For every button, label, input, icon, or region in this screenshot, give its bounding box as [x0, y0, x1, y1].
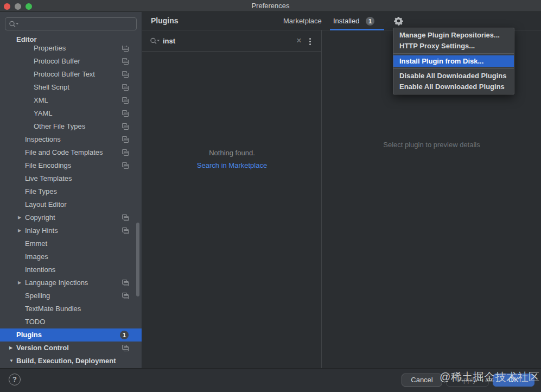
sidebar-item-yaml[interactable]: YAML [0, 107, 142, 120]
sidebar-item-version-control[interactable]: ▶Version Control [0, 342, 142, 355]
sidebar-item-todo[interactable]: TODO [0, 315, 142, 328]
overridden-settings-icon [122, 110, 129, 117]
sidebar-item-copyright[interactable]: ▶Copyright [0, 211, 142, 224]
sidebar-item-spelling[interactable]: Spelling [0, 289, 142, 302]
sidebar-item-other-file-types[interactable]: Other File Types [0, 120, 142, 133]
page-title: Plugins [151, 12, 179, 30]
sidebar-item-label: Plugins [16, 328, 42, 342]
sidebar-item-plugins[interactable]: Plugins1 [0, 328, 142, 342]
sidebar-item-label: Live Templates [25, 172, 72, 185]
sidebar-item-label: YAML [34, 107, 52, 120]
sidebar-item-label: Protocol Buffer [34, 55, 80, 68]
sidebar-item-label: File Encodings [25, 159, 71, 172]
menu-item-enable-all-downloaded-plugins[interactable]: Enable All Downloaded Plugins [393, 81, 514, 92]
sidebar-item-label: Intentions [25, 263, 55, 276]
menu-separator [393, 68, 514, 69]
gear-icon[interactable] [394, 16, 403, 26]
sidebar-item-build-execution-deployment[interactable]: ▼Build, Execution, Deployment [0, 355, 142, 368]
ok-button[interactable]: OK [493, 374, 534, 387]
sidebar-item-inlay-hints[interactable]: ▶Inlay Hints [0, 224, 142, 237]
overridden-settings-icon [122, 227, 129, 234]
chevron-right-icon[interactable]: ▶ [9, 342, 16, 355]
overridden-settings-icon [122, 71, 129, 78]
menu-item-disable-all-downloaded-plugins[interactable]: Disable All Downloaded Plugins [393, 71, 514, 81]
gear-menu: Manage Plugin Repositories...HTTP Proxy … [393, 28, 514, 94]
sidebar-item-label: Copyright [25, 211, 55, 224]
footer: ? Cancel Apply OK [0, 368, 541, 392]
sidebar-item-label: Shell Script [34, 81, 69, 94]
settings-search-input[interactable] [21, 18, 133, 29]
sidebar-item-layout-editor[interactable]: Layout Editor [0, 198, 142, 211]
sidebar-item-label: Emmet [25, 237, 47, 250]
chevron-right-icon[interactable]: ▶ [18, 276, 25, 289]
sidebar-item-label: TextMate Bundles [25, 302, 81, 315]
plugin-list-panel: × Nothing found. Search in Marketplace [142, 30, 322, 368]
menu-item-install-plugin-from-disk[interactable]: Install Plugin from Disk... [393, 55, 514, 67]
overridden-settings-icon [122, 45, 129, 52]
sidebar-item-live-templates[interactable]: Live Templates [0, 172, 142, 185]
settings-search-box [5, 17, 137, 30]
tab-marketplace[interactable]: Marketplace [283, 12, 322, 30]
empty-state: Nothing found. Search in Marketplace [142, 149, 322, 169]
sidebar-scrollbar[interactable] [136, 223, 139, 296]
titlebar: Preferences [0, 0, 541, 12]
sidebar-item-editor[interactable]: Editor [0, 34, 142, 46]
sidebar-item-xml[interactable]: XML [0, 94, 142, 107]
sidebar-item-label: Editor [16, 34, 37, 46]
help-button[interactable]: ? [9, 374, 21, 385]
menu-item-http-proxy-settings[interactable]: HTTP Proxy Settings... [393, 41, 514, 52]
sidebar-item-label: Build, Execution, Deployment [16, 355, 116, 368]
sidebar-item-label: Inlay Hints [25, 224, 58, 237]
sidebar-item-language-injections[interactable]: ▶Language Injections [0, 276, 142, 289]
sidebar-item-inspections[interactable]: Inspections [0, 133, 142, 146]
chevron-right-icon[interactable]: ▶ [18, 211, 25, 224]
tab-installed[interactable]: Installed [333, 12, 359, 30]
sidebar-item-file-and-code-templates[interactable]: File and Code Templates [0, 146, 142, 159]
window-title: Preferences [0, 0, 541, 12]
sidebar-item-protocol-buffer-text[interactable]: Protocol Buffer Text [0, 68, 142, 81]
sidebar-item-label: File Types [25, 185, 57, 198]
sidebar-item-images[interactable]: Images [0, 250, 142, 263]
plugin-search-row: × [142, 30, 322, 52]
item-count-badge: 1 [120, 331, 129, 339]
plugin-search-input[interactable] [163, 35, 288, 47]
sidebar-item-label: Inspections [25, 133, 61, 146]
menu-item-manage-plugin-repositories[interactable]: Manage Plugin Repositories... [393, 30, 514, 41]
overridden-settings-icon [122, 123, 129, 130]
more-options-icon[interactable] [308, 36, 312, 46]
sidebar-item-label: File and Code Templates [25, 146, 103, 159]
overridden-settings-icon [122, 293, 129, 299]
sidebar-item-textmate-bundles[interactable]: TextMate Bundles [0, 302, 142, 315]
overridden-settings-icon [122, 136, 129, 143]
overridden-settings-icon [122, 58, 129, 65]
sidebar-item-file-types[interactable]: File Types [0, 185, 142, 198]
empty-message: Nothing found. [142, 149, 322, 157]
overridden-settings-icon [122, 97, 129, 104]
sidebar-item-intentions[interactable]: Intentions [0, 263, 142, 276]
sidebar-item-label: Other File Types [34, 120, 85, 133]
preferences-window: Preferences EditorPropertiesProtocol Buf… [0, 0, 541, 392]
sidebar-item-file-encodings[interactable]: File Encodings [0, 159, 142, 172]
sidebar-item-label: Images [25, 250, 48, 263]
overridden-settings-icon [122, 214, 129, 221]
clear-search-icon[interactable]: × [294, 35, 304, 47]
search-in-marketplace-link[interactable]: Search in Marketplace [142, 161, 322, 169]
sidebar-item-label: Layout Editor [25, 198, 67, 211]
sidebar: EditorPropertiesProtocol BufferProtocol … [0, 12, 142, 368]
sidebar-item-shell-script[interactable]: Shell Script [0, 81, 142, 94]
sidebar-item-label: Version Control [16, 342, 69, 355]
sidebar-item-label: Language Injections [25, 276, 88, 289]
search-icon [150, 37, 160, 45]
installed-count-badge: 1 [366, 17, 374, 26]
chevron-right-icon[interactable]: ▶ [18, 224, 25, 237]
sidebar-item-emmet[interactable]: Emmet [0, 237, 142, 250]
chevron-down-icon[interactable]: ▼ [9, 355, 16, 368]
sidebar-item-label: Spelling [25, 289, 50, 302]
settings-tree: EditorPropertiesProtocol BufferProtocol … [0, 34, 142, 368]
sidebar-item-protocol-buffer[interactable]: Protocol Buffer [0, 55, 142, 68]
search-icon [9, 20, 19, 28]
menu-separator [393, 53, 514, 54]
cancel-button[interactable]: Cancel [402, 374, 442, 387]
sidebar-item-label: Protocol Buffer Text [34, 68, 95, 81]
overridden-settings-icon [122, 84, 129, 91]
